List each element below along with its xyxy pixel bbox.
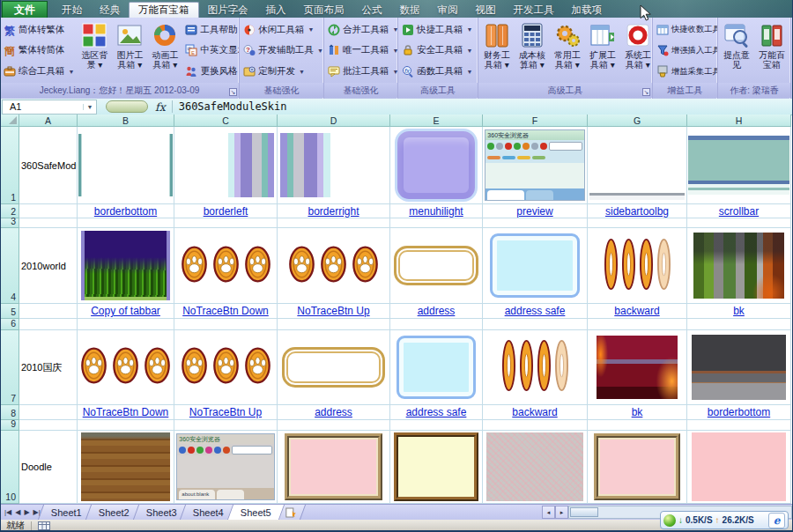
cell-B3[interactable] [78, 218, 174, 228]
cell-A3[interactable] [19, 218, 78, 228]
cell-A4[interactable]: 2010world [19, 228, 78, 304]
cell-F3[interactable] [483, 218, 588, 228]
cell-image-C1[interactable] [174, 127, 278, 204]
cell-link[interactable]: Copy of tabbar [91, 305, 160, 317]
cell-E3[interactable] [390, 218, 483, 228]
cell-A7[interactable]: 2010国庆 [19, 330, 78, 405]
column-header-G[interactable]: G [588, 115, 687, 127]
row-header-5[interactable]: 5 [0, 304, 19, 319]
row-header-9[interactable]: 9 [0, 420, 19, 431]
column-header-C[interactable]: C [174, 115, 278, 127]
column-header-A[interactable]: A [19, 115, 78, 127]
ribbon-button-增益采集工具箱[interactable]: 增益采集工具箱▼ [654, 62, 718, 81]
cell-image-C10[interactable]: 360安全浏览器about:blank [174, 431, 278, 504]
cell-link[interactable]: backward [614, 305, 659, 317]
menu-tab-9[interactable]: 审阅 [429, 3, 467, 18]
cell-image-D10[interactable] [278, 431, 390, 504]
cell-link[interactable]: sidebartoolbg [605, 205, 669, 218]
cell-A9[interactable] [19, 420, 78, 431]
menu-tab-5[interactable]: 插入 [257, 3, 295, 18]
cell-A6[interactable] [19, 319, 78, 330]
cell-G9[interactable] [588, 420, 687, 431]
cell-image-B10[interactable] [78, 431, 174, 504]
ribbon-button-快捷工具箱[interactable]: 快捷工具箱▼ [399, 20, 475, 40]
cell-link[interactable]: NoTraceBtn Up [297, 305, 369, 317]
row-header-7[interactable]: 7 [0, 330, 19, 405]
cell-B6[interactable] [78, 319, 174, 330]
column-header-H[interactable]: H [687, 115, 791, 127]
menu-tab-4[interactable]: 图片字会 [199, 3, 257, 18]
cell-link[interactable]: preview [516, 205, 552, 218]
cell-E9[interactable] [390, 420, 483, 431]
ribbon-button-简体转繁体[interactable]: 繁简体转繁体 [1, 20, 77, 40]
column-header-E[interactable]: E [390, 115, 483, 127]
cell-image-H7[interactable] [687, 330, 791, 405]
cell-image-E10[interactable] [390, 431, 483, 504]
sheet-nav-2-icon[interactable]: ◀ [14, 508, 21, 516]
menu-tab-7[interactable]: 公式 [353, 3, 391, 18]
ribbon-button-财务工具箱[interactable]: 财务工具箱 ▾ [479, 18, 515, 83]
sheet-tab-Sheet5[interactable]: Sheet5 [227, 505, 285, 520]
cell-link[interactable]: borderleft [204, 205, 248, 218]
cell-image-E7[interactable] [390, 330, 483, 405]
cell-link[interactable]: address safe [505, 305, 566, 317]
cell-image-D4[interactable] [278, 228, 390, 304]
cell-image-F10[interactable] [483, 431, 588, 504]
ribbon-button-开发辅助工具[interactable]: ?开发辅助工具▼ [241, 41, 324, 60]
cell-image-F7[interactable] [483, 330, 588, 405]
cell-E6[interactable] [390, 319, 483, 330]
ribbon-button-函数工具箱[interactable]: fx函数工具箱▼ [399, 62, 475, 81]
cell-image-H4[interactable] [687, 228, 791, 304]
cell-image-E1[interactable] [390, 127, 483, 204]
net-speed-widget[interactable]: ↓ 0.5K/S ↑ 26.2K/S e [660, 511, 789, 529]
ie-browser-icon[interactable]: e [768, 513, 785, 528]
ribbon-button-中英文显示[interactable]: 中E中英文显示 [182, 41, 240, 60]
row-header-8[interactable]: 8 [0, 405, 19, 420]
cell-D9[interactable] [278, 420, 390, 431]
menu-tab-2[interactable]: 经典 [91, 3, 129, 18]
ribbon-button-定制开发[interactable]: 定制开发▼ [241, 62, 324, 81]
column-header-F[interactable]: F [483, 115, 588, 127]
ribbon-button-合并工具箱[interactable]: 合并工具箱▼ [325, 20, 398, 40]
cell-image-G10[interactable] [588, 431, 687, 504]
ribbon-button-选区背景[interactable]: 选区背景 ▾ [77, 18, 112, 83]
cell-G6[interactable] [588, 319, 687, 330]
menu-tab-11[interactable]: 开发工具 [505, 3, 563, 18]
cell-image-F4[interactable] [483, 228, 588, 304]
cell-image-G7[interactable] [588, 330, 687, 405]
ribbon-button-增强插入工具[interactable]: 增强插入工具▼ [654, 41, 718, 60]
cell-link[interactable]: borderright [308, 205, 359, 218]
row-header-6[interactable]: 6 [0, 319, 19, 330]
cell-link[interactable]: backward [512, 406, 557, 418]
cell-C9[interactable] [174, 420, 278, 431]
ribbon-button-工具帮助[interactable]: 工具帮助 [182, 20, 240, 40]
cell-image-D7[interactable] [278, 330, 390, 405]
row-header-2[interactable]: 2 [0, 204, 19, 218]
macro-record-icon[interactable] [38, 521, 50, 530]
cell-image-F1[interactable]: 360安全浏览器 [483, 127, 588, 204]
cell-link[interactable]: address safe [406, 406, 467, 418]
cell-image-D1[interactable] [278, 127, 390, 204]
menu-tab-8[interactable]: 数据 [391, 3, 429, 18]
cell-H6[interactable] [687, 319, 791, 330]
cell-link[interactable]: address [315, 406, 352, 418]
dialog-launcher-icon[interactable]: ↘ [642, 88, 650, 96]
cell-H9[interactable] [687, 420, 791, 431]
cell-image-B4[interactable] [78, 228, 174, 304]
name-box-dropdown-icon[interactable]: ▼ [83, 104, 96, 110]
cell-link[interactable]: address [418, 305, 456, 317]
cell-link[interactable]: scrollbar [719, 205, 759, 218]
cell-image-C4[interactable] [174, 228, 278, 304]
cell-link[interactable]: NoTraceBtn Down [182, 305, 269, 317]
cell-C3[interactable] [174, 218, 278, 228]
column-header-D[interactable]: D [278, 115, 390, 127]
cell-B9[interactable] [78, 420, 174, 431]
ribbon-button-系统工具箱[interactable]: 系统工具箱 ▾ [620, 18, 653, 83]
ribbon-button-繁体转简体[interactable]: 簡繁体转简体 [1, 41, 77, 60]
cell-link[interactable]: bk [632, 406, 643, 418]
cell-A10[interactable]: Doodle [19, 431, 78, 504]
row-header-4[interactable]: 4 [0, 228, 19, 304]
column-header-B[interactable]: B [78, 115, 174, 127]
cell-C6[interactable] [174, 319, 278, 330]
cell-A8[interactable] [19, 405, 78, 420]
